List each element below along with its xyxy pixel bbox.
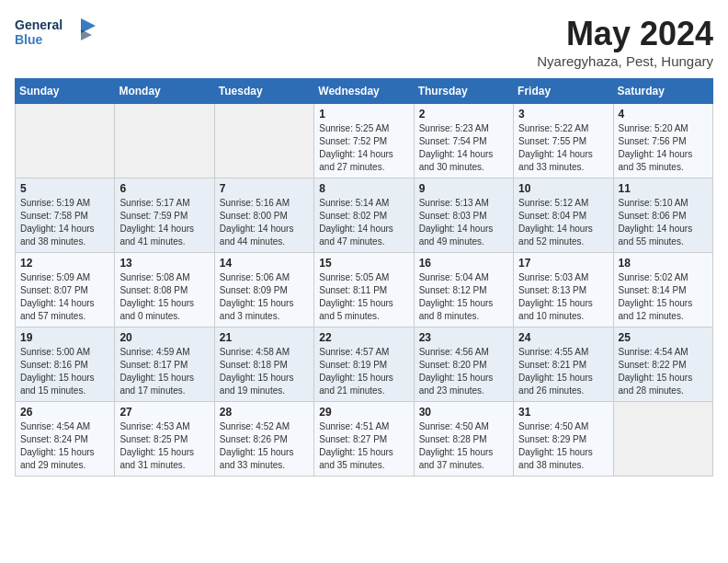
calendar-day-cell: 7Sunrise: 5:16 AM Sunset: 8:00 PM Daylig… [214,178,313,253]
day-number: 17 [518,257,608,270]
calendar-week-row: 12Sunrise: 5:09 AM Sunset: 8:07 PM Dayli… [16,253,713,327]
weekday-header-cell: Thursday [414,79,513,104]
day-number: 2 [419,108,508,121]
calendar-day-cell: 21Sunrise: 4:58 AM Sunset: 8:18 PM Dayli… [214,327,313,402]
calendar-day-cell: 29Sunrise: 4:51 AM Sunset: 8:27 PM Dayli… [314,402,414,477]
day-info: Sunrise: 5:10 AM Sunset: 8:06 PM Dayligh… [619,197,708,248]
calendar-day-cell [214,104,313,178]
calendar-day-cell: 22Sunrise: 4:57 AM Sunset: 8:19 PM Dayli… [314,327,414,402]
day-number: 19 [20,331,109,344]
day-number: 22 [319,331,408,344]
calendar-day-cell: 24Sunrise: 4:55 AM Sunset: 8:21 PM Dayli… [514,327,613,402]
day-info: Sunrise: 5:04 AM Sunset: 8:12 PM Dayligh… [419,271,508,323]
day-info: Sunrise: 5:22 AM Sunset: 7:55 PM Dayligh… [518,122,608,174]
day-number: 26 [20,406,109,419]
day-info: Sunrise: 5:06 AM Sunset: 8:09 PM Dayligh… [220,271,309,323]
location-subtitle: Nyaregyhaza, Pest, Hungary [537,53,713,69]
calendar-body: 1Sunrise: 5:25 AM Sunset: 7:52 PM Daylig… [16,104,713,477]
day-number: 29 [319,406,408,419]
svg-text:General: General [15,17,63,32]
day-number: 16 [419,257,508,270]
calendar-day-cell: 31Sunrise: 4:50 AM Sunset: 8:29 PM Dayli… [514,402,613,477]
calendar-day-cell [16,104,115,178]
calendar-day-cell: 19Sunrise: 5:00 AM Sunset: 8:16 PM Dayli… [16,327,115,402]
calendar-day-cell: 26Sunrise: 4:54 AM Sunset: 8:24 PM Dayli… [16,402,115,477]
weekday-header-cell: Saturday [613,79,712,104]
calendar-day-cell: 1Sunrise: 5:25 AM Sunset: 7:52 PM Daylig… [314,104,414,178]
calendar-day-cell: 13Sunrise: 5:08 AM Sunset: 8:08 PM Dayli… [115,253,214,327]
calendar-day-cell: 6Sunrise: 5:17 AM Sunset: 7:59 PM Daylig… [115,178,214,253]
day-info: Sunrise: 5:12 AM Sunset: 8:04 PM Dayligh… [518,197,608,248]
day-info: Sunrise: 4:59 AM Sunset: 8:17 PM Dayligh… [119,346,209,397]
weekday-header-cell: Wednesday [314,79,414,104]
day-info: Sunrise: 4:58 AM Sunset: 8:18 PM Dayligh… [220,346,309,397]
calendar-day-cell: 23Sunrise: 4:56 AM Sunset: 8:20 PM Dayli… [414,327,513,402]
day-number: 14 [220,257,309,270]
svg-marker-3 [81,29,92,40]
svg-text:Blue: Blue [15,32,43,47]
calendar-day-cell: 16Sunrise: 5:04 AM Sunset: 8:12 PM Dayli… [414,253,513,327]
weekday-header-cell: Monday [115,79,214,104]
calendar-day-cell: 3Sunrise: 5:22 AM Sunset: 7:55 PM Daylig… [514,104,613,178]
day-number: 11 [619,182,708,195]
day-info: Sunrise: 4:51 AM Sunset: 8:27 PM Dayligh… [319,420,408,472]
calendar-day-cell: 18Sunrise: 5:02 AM Sunset: 8:14 PM Dayli… [613,253,712,327]
day-number: 5 [20,182,109,195]
day-info: Sunrise: 5:14 AM Sunset: 8:02 PM Dayligh… [319,197,408,248]
day-info: Sunrise: 4:54 AM Sunset: 8:22 PM Dayligh… [619,346,708,397]
calendar-day-cell: 11Sunrise: 5:10 AM Sunset: 8:06 PM Dayli… [613,178,712,253]
day-info: Sunrise: 5:08 AM Sunset: 8:08 PM Dayligh… [119,271,209,323]
calendar-day-cell: 30Sunrise: 4:50 AM Sunset: 8:28 PM Dayli… [414,402,513,477]
day-info: Sunrise: 5:17 AM Sunset: 7:59 PM Dayligh… [119,197,209,248]
calendar-day-cell: 17Sunrise: 5:03 AM Sunset: 8:13 PM Dayli… [514,253,613,327]
weekday-header-cell: Tuesday [214,79,313,104]
day-info: Sunrise: 4:50 AM Sunset: 8:29 PM Dayligh… [518,420,608,472]
day-number: 30 [419,406,508,419]
calendar-day-cell [115,104,214,178]
day-info: Sunrise: 5:02 AM Sunset: 8:14 PM Dayligh… [619,271,708,323]
calendar-day-cell: 2Sunrise: 5:23 AM Sunset: 7:54 PM Daylig… [414,104,513,178]
title-block: May 2024 Nyaregyhaza, Pest, Hungary [537,15,713,69]
weekday-header-row: SundayMondayTuesdayWednesdayThursdayFrid… [16,79,713,104]
calendar-day-cell: 20Sunrise: 4:59 AM Sunset: 8:17 PM Dayli… [115,327,214,402]
day-number: 24 [518,331,608,344]
day-info: Sunrise: 5:00 AM Sunset: 8:16 PM Dayligh… [20,346,109,397]
day-info: Sunrise: 5:25 AM Sunset: 7:52 PM Dayligh… [319,122,408,174]
calendar-day-cell [613,402,712,477]
calendar-day-cell: 14Sunrise: 5:06 AM Sunset: 8:09 PM Dayli… [214,253,313,327]
day-number: 28 [220,406,309,419]
day-info: Sunrise: 4:50 AM Sunset: 8:28 PM Dayligh… [419,420,508,472]
day-number: 13 [119,257,209,270]
day-info: Sunrise: 5:23 AM Sunset: 7:54 PM Dayligh… [419,122,508,174]
day-number: 10 [518,182,608,195]
day-number: 8 [319,182,408,195]
calendar-week-row: 19Sunrise: 5:00 AM Sunset: 8:16 PM Dayli… [16,327,713,402]
day-info: Sunrise: 5:16 AM Sunset: 8:00 PM Dayligh… [220,197,309,248]
day-number: 7 [220,182,309,195]
calendar-table: SundayMondayTuesdayWednesdayThursdayFrid… [15,78,713,477]
calendar-day-cell: 8Sunrise: 5:14 AM Sunset: 8:02 PM Daylig… [314,178,414,253]
day-number: 12 [20,257,109,270]
day-info: Sunrise: 5:09 AM Sunset: 8:07 PM Dayligh… [20,271,109,323]
day-info: Sunrise: 5:03 AM Sunset: 8:13 PM Dayligh… [518,271,608,323]
day-number: 25 [619,331,708,344]
day-info: Sunrise: 4:56 AM Sunset: 8:20 PM Dayligh… [419,346,508,397]
day-number: 4 [619,108,708,121]
calendar-day-cell: 27Sunrise: 4:53 AM Sunset: 8:25 PM Dayli… [115,402,214,477]
day-number: 9 [419,182,508,195]
day-info: Sunrise: 5:20 AM Sunset: 7:56 PM Dayligh… [619,122,708,174]
day-number: 23 [419,331,508,344]
day-info: Sunrise: 4:54 AM Sunset: 8:24 PM Dayligh… [20,420,109,472]
page-header: General Blue May 2024 Nyaregyhaza, Pest,… [15,15,713,69]
calendar-day-cell: 15Sunrise: 5:05 AM Sunset: 8:11 PM Dayli… [314,253,414,327]
day-info: Sunrise: 4:57 AM Sunset: 8:19 PM Dayligh… [319,346,408,397]
day-number: 15 [319,257,408,270]
calendar-day-cell: 10Sunrise: 5:12 AM Sunset: 8:04 PM Dayli… [514,178,613,253]
calendar-day-cell: 28Sunrise: 4:52 AM Sunset: 8:26 PM Dayli… [214,402,313,477]
day-number: 6 [119,182,209,195]
calendar-day-cell: 9Sunrise: 5:13 AM Sunset: 8:03 PM Daylig… [414,178,513,253]
calendar-day-cell: 5Sunrise: 5:19 AM Sunset: 7:58 PM Daylig… [16,178,115,253]
day-info: Sunrise: 5:19 AM Sunset: 7:58 PM Dayligh… [20,197,109,248]
logo-svg: General Blue [15,15,97,53]
day-number: 3 [518,108,608,121]
